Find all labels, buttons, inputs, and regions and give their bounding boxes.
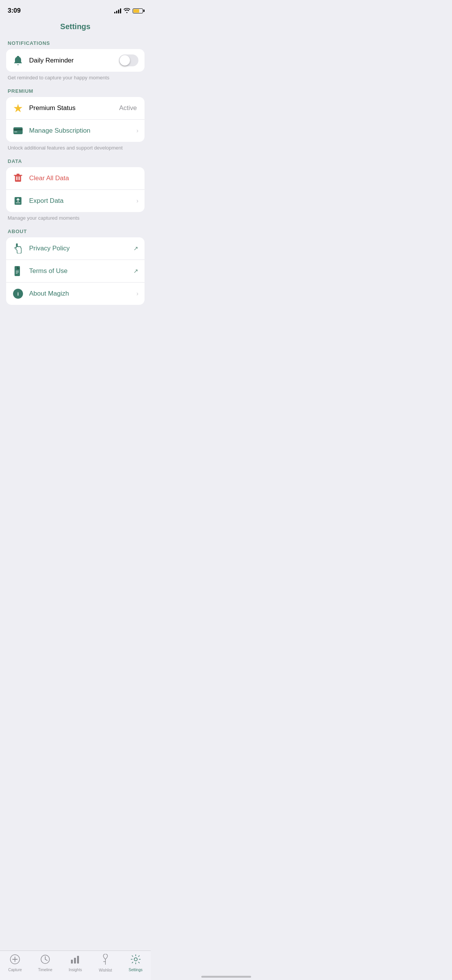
status-time: 3:09	[8, 7, 21, 15]
about-magizh-row[interactable]: i About Magizh ›	[6, 282, 145, 305]
doc-icon	[12, 265, 24, 277]
hand-icon	[12, 243, 24, 254]
page-title: Settings	[6, 22, 145, 31]
terms-of-use-external: ↗	[133, 268, 138, 275]
section-label-premium: PREMIUM	[6, 88, 145, 94]
bell-icon	[12, 55, 24, 66]
clear-all-data-label: Clear All Data	[29, 174, 138, 182]
notifications-footer: Get reminded to capture your happy momen…	[6, 75, 145, 81]
svg-rect-0	[13, 127, 23, 134]
privacy-policy-external: ↗	[133, 245, 138, 252]
daily-reminder-row[interactable]: Daily Reminder	[6, 49, 145, 72]
battery-icon	[133, 8, 143, 13]
premium-status-label: Premium Status	[29, 104, 119, 112]
svg-rect-1	[13, 129, 23, 130]
privacy-policy-label: Privacy Policy	[29, 245, 132, 252]
terms-of-use-row[interactable]: Terms of Use ↗	[6, 260, 145, 282]
privacy-policy-row[interactable]: Privacy Policy ↗	[6, 237, 145, 260]
section-label-notifications: NOTIFICATIONS	[6, 40, 145, 46]
premium-status-row: Premium Status Active	[6, 97, 145, 119]
manage-subscription-label: Manage Subscription	[29, 127, 135, 135]
premium-status-value: Active	[119, 104, 137, 112]
signal-icon	[114, 8, 121, 13]
clear-all-data-row[interactable]: Clear All Data	[6, 167, 145, 189]
daily-reminder-toggle[interactable]	[119, 54, 138, 66]
about-magizh-label: About Magizh	[29, 290, 135, 298]
svg-rect-3	[16, 174, 20, 175]
daily-reminder-label: Daily Reminder	[29, 57, 119, 64]
about-card: Privacy Policy ↗ Terms of Use ↗ i	[6, 237, 145, 305]
svg-rect-2	[14, 132, 17, 132]
svg-rect-14	[16, 273, 18, 274]
status-icons	[114, 8, 143, 14]
manage-subscription-chevron: ›	[136, 127, 138, 134]
wifi-icon	[123, 8, 130, 14]
export-icon	[12, 195, 24, 207]
data-card: Clear All Data Export Data ›	[6, 167, 145, 212]
svg-rect-7	[18, 176, 18, 180]
credit-card-icon	[12, 125, 24, 136]
star-icon	[12, 102, 24, 114]
export-data-label: Export Data	[29, 197, 135, 205]
about-magizh-chevron: ›	[136, 290, 138, 297]
main-content: Settings NOTIFICATIONS Daily Reminder Ge…	[0, 22, 151, 343]
section-label-about: ABOUT	[6, 229, 145, 234]
svg-rect-6	[16, 176, 17, 180]
svg-rect-12	[16, 271, 19, 271]
premium-card: Premium Status Active Manage Subscriptio…	[6, 97, 145, 142]
notifications-card: Daily Reminder	[6, 49, 145, 72]
export-data-chevron: ›	[136, 197, 138, 204]
info-icon: i	[12, 288, 24, 299]
data-footer: Manage your captured moments	[6, 215, 145, 221]
section-label-data: DATA	[6, 158, 145, 164]
svg-rect-10	[16, 202, 20, 203]
terms-of-use-label: Terms of Use	[29, 267, 132, 275]
premium-footer: Unlock additional features and support d…	[6, 145, 145, 151]
svg-rect-13	[16, 272, 19, 273]
svg-rect-8	[19, 176, 20, 180]
trash-icon	[12, 173, 24, 184]
manage-subscription-row[interactable]: Manage Subscription ›	[6, 119, 145, 142]
status-bar: 3:09	[0, 0, 151, 19]
export-data-row[interactable]: Export Data ›	[6, 189, 145, 212]
